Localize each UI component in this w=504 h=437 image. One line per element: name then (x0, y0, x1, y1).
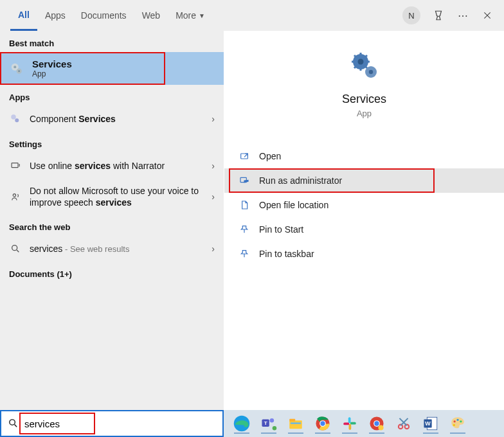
svg-rect-22 (289, 419, 295, 422)
preview-title: Services (342, 93, 386, 106)
result-speech-services[interactable]: Do not allow Microsoft to use your voice… (0, 179, 224, 215)
action-open-file-location[interactable]: Open file location (224, 193, 504, 217)
reward-icon[interactable] (432, 9, 445, 22)
search-icon (9, 242, 22, 255)
action-label: Run as administrator (259, 175, 342, 186)
search-input[interactable] (24, 418, 216, 429)
svg-point-3 (18, 70, 20, 72)
svg-point-20 (273, 426, 277, 431)
annotation-highlight (0, 52, 165, 85)
result-label: Component Services (30, 114, 212, 124)
svg-point-1 (14, 66, 16, 68)
result-component-services[interactable]: Component Services › (0, 106, 224, 132)
results-panel: Best match Services App Apps Component S… (0, 31, 224, 410)
svg-point-15 (10, 420, 15, 425)
taskbar-chrome-icon[interactable] (312, 413, 333, 434)
best-match-subtitle: App (32, 69, 72, 78)
tab-all[interactable]: All (10, 0, 37, 31)
svg-rect-21 (289, 420, 302, 429)
taskbar-chrome-canary-icon[interactable] (366, 413, 387, 434)
svg-point-7 (13, 193, 15, 196)
services-app-large-icon (349, 50, 380, 81)
filter-tabs: All Apps Documents Web More ▼ N ⋯ (0, 0, 504, 31)
svg-point-33 (374, 421, 379, 425)
taskbar-slack-icon[interactable] (339, 413, 360, 434)
chevron-right-icon: › (212, 114, 215, 124)
svg-point-10 (357, 59, 363, 65)
preview-subtitle: App (357, 109, 372, 118)
best-match-result[interactable]: Services App (0, 52, 224, 85)
speech-icon (9, 190, 22, 203)
section-best-match: Best match (0, 31, 224, 52)
svg-rect-28 (350, 422, 356, 425)
svg-text:T: T (264, 420, 267, 426)
svg-point-19 (270, 418, 274, 423)
search-box[interactable] (0, 410, 224, 437)
svg-point-5 (15, 118, 19, 122)
taskbar: T W (224, 410, 504, 437)
best-match-title: Services (32, 58, 72, 69)
taskbar-paint-icon[interactable] (447, 413, 468, 434)
action-open[interactable]: Open (224, 144, 504, 168)
svg-rect-6 (12, 163, 18, 167)
preview-panel: Services App Open Run as administrator (224, 31, 504, 410)
action-pin-to-start[interactable]: Pin to Start (224, 217, 504, 242)
action-label: Pin to taskbar (259, 249, 314, 259)
result-label: Use online services with Narrator (30, 161, 212, 171)
action-label: Pin to Start (259, 224, 303, 235)
svg-point-26 (320, 421, 325, 425)
action-pin-to-taskbar[interactable]: Pin to taskbar (224, 242, 504, 266)
section-settings: Settings (0, 132, 224, 153)
close-icon[interactable] (481, 9, 494, 22)
component-services-icon (9, 112, 22, 125)
svg-point-43 (453, 424, 455, 426)
tab-web[interactable]: Web (134, 0, 168, 31)
pin-start-icon (239, 224, 250, 235)
search-icon (8, 418, 19, 429)
svg-rect-27 (348, 417, 351, 423)
action-label: Open file location (259, 200, 328, 210)
more-options-icon[interactable]: ⋯ (456, 9, 469, 22)
taskbar-snip-icon[interactable] (393, 413, 414, 434)
file-location-icon (239, 199, 250, 211)
chevron-down-icon: ▼ (199, 12, 205, 19)
chevron-right-icon: › (212, 244, 215, 254)
chevron-right-icon: › (212, 192, 215, 202)
taskbar-word-icon[interactable]: W (420, 413, 441, 434)
result-narrator-services[interactable]: Use online services with Narrator › (0, 153, 224, 179)
action-label: Open (259, 151, 281, 161)
svg-rect-29 (349, 424, 352, 430)
tab-documents[interactable]: Documents (73, 0, 134, 31)
section-apps: Apps (0, 85, 224, 106)
services-app-icon (9, 61, 24, 76)
taskbar-explorer-icon[interactable] (285, 413, 306, 434)
chevron-right-icon: › (212, 161, 215, 171)
section-search-web: Search the web (0, 215, 224, 236)
admin-icon (239, 175, 250, 186)
svg-point-41 (456, 419, 458, 421)
svg-point-34 (378, 425, 383, 430)
open-icon (239, 150, 250, 162)
action-run-as-administrator[interactable]: Run as administrator (224, 168, 504, 193)
taskbar-edge-icon[interactable] (231, 413, 252, 434)
result-web-services[interactable]: services - See web results › (0, 236, 224, 262)
tab-more[interactable]: More ▼ (168, 0, 213, 31)
bottom-bar: T W (0, 410, 504, 437)
narrator-icon (9, 159, 22, 172)
section-documents: Documents (1+) (0, 262, 224, 283)
tab-more-label: More (176, 10, 196, 21)
svg-rect-30 (343, 423, 349, 425)
tab-apps[interactable]: Apps (37, 0, 73, 31)
svg-point-40 (454, 420, 456, 422)
svg-rect-23 (291, 422, 301, 424)
preview-actions: Open Run as administrator Open file loca… (224, 144, 504, 266)
user-avatar[interactable]: N (402, 6, 420, 24)
result-label: Do not allow Microsoft to use your voice… (30, 185, 212, 208)
result-label: services - See web results (30, 244, 212, 254)
svg-point-42 (460, 420, 462, 422)
svg-point-4 (11, 114, 16, 120)
svg-text:W: W (425, 420, 431, 427)
taskbar-teams-icon[interactable]: T (258, 413, 279, 434)
svg-point-8 (12, 245, 17, 251)
pin-taskbar-icon (239, 248, 250, 260)
